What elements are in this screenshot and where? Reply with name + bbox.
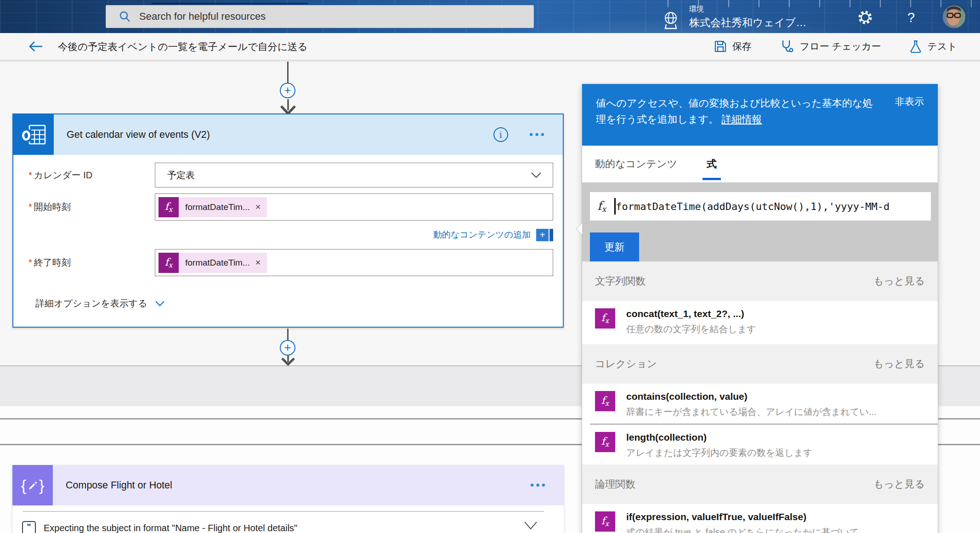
calendar-id-value: 予定表: [167, 169, 531, 181]
card-menu-button[interactable]: •••: [529, 128, 546, 141]
expression-panel: 値へのアクセスや、値の変換および比較といった基本的な処理を行う式を追加します。 …: [582, 84, 938, 533]
flow-toolbar: 今後の予定表イベントの一覧を電子メールで自分に送る 保存 フロー チェッカー: [0, 33, 980, 60]
field-label-end-time: * 終了時刻: [28, 249, 71, 276]
action-card-title: Compose Flight or Hotel: [66, 480, 172, 491]
plus-icon: +: [284, 83, 291, 97]
field-label-calendar-id: * カレンダー ID: [28, 163, 92, 187]
test-button[interactable]: テスト: [910, 40, 957, 53]
action-card-title: Get calendar view of events (V2): [67, 129, 210, 141]
chevron-down-icon: [531, 172, 542, 178]
flow-title: 今後の予定表イベントの一覧を電子メールで自分に送る: [58, 40, 308, 53]
see-more-link[interactable]: もっと見る: [873, 357, 925, 371]
panel-tabs: 動的なコンテンツ 式: [582, 146, 938, 182]
expression-value: formatDateTime(addDays(utcNow(),1),'yyyy…: [616, 201, 889, 212]
text-input-icon: ": [22, 521, 36, 533]
environment-label: 環境: [689, 5, 806, 14]
compose-icon: { }: [12, 465, 53, 505]
chevron-down-icon[interactable]: [523, 521, 538, 530]
back-arrow-icon: [28, 41, 43, 52]
see-more-link[interactable]: もっと見る: [873, 274, 925, 288]
start-time-input[interactable]: fx formatDateTim... ×: [155, 193, 553, 221]
top-header: Search for helpful resources 環境 株式会社秀和ウェ…: [0, 0, 980, 33]
expression-input[interactable]: fx formatDateTime(addDays(utcNow(),1),'y…: [590, 192, 931, 221]
fx-icon: fx: [595, 432, 615, 452]
expression-chip-start[interactable]: fx formatDateTim... ×: [159, 197, 267, 217]
avatar[interactable]: [943, 6, 965, 28]
help-button[interactable]: ?: [902, 8, 920, 27]
tab-expression[interactable]: 式: [707, 146, 717, 182]
end-time-input[interactable]: fx formatDateTim... ×: [155, 249, 553, 276]
split-bar: [549, 229, 553, 241]
expression-editor-area: fx formatDateTime(addDays(utcNow(),1),'y…: [582, 182, 938, 261]
remove-chip-icon[interactable]: ×: [255, 202, 261, 212]
search-placeholder: Search for helpful resources: [139, 11, 266, 23]
environment-name: 株式会社秀和ウェイブ…: [689, 16, 806, 30]
connector-line: [287, 62, 289, 83]
function-row-concat[interactable]: fx concat(text_1, text_2?, ...) 任意の数の文字列…: [582, 301, 938, 344]
insert-step-button[interactable]: +: [280, 83, 295, 98]
section-header-collection: コレクション もっと見る: [582, 344, 938, 384]
save-icon: [714, 40, 726, 52]
action-card-get-calendar-view[interactable]: Get calendar view of events (V2) i ••• *…: [12, 113, 564, 328]
connector-arrow-icon: [278, 99, 298, 115]
plus-icon: +: [284, 340, 291, 354]
section-header-logical-functions: 論理関数 もっと見る: [582, 465, 938, 504]
connector-arrow-icon: [278, 356, 298, 366]
flask-icon: [910, 40, 922, 53]
fx-icon: fx: [159, 197, 179, 217]
environment-picker[interactable]: 環境 株式会社秀和ウェイブ…: [662, 5, 806, 30]
info-icon[interactable]: i: [493, 127, 508, 142]
compose-input-preview: Expecting the subject in format "Name - …: [44, 523, 297, 533]
expression-chip-end[interactable]: fx formatDateTim... ×: [159, 253, 267, 273]
section-header-string-functions: 文字列関数 もっと見る: [582, 261, 938, 301]
save-button[interactable]: 保存: [714, 40, 752, 53]
settings-button[interactable]: [856, 8, 874, 27]
search-input[interactable]: Search for helpful resources: [106, 5, 534, 28]
flow-checker-button[interactable]: フロー チェッカー: [780, 40, 881, 53]
function-row-if[interactable]: fx if(expression, valueIfTrue, valueIfFa…: [582, 504, 938, 533]
chevron-down-icon: [155, 301, 165, 306]
calendar-id-dropdown[interactable]: 予定表: [155, 163, 553, 187]
see-more-link[interactable]: もっと見る: [873, 477, 925, 491]
update-button[interactable]: 更新: [590, 232, 639, 261]
connector-line: [287, 329, 289, 340]
hide-button[interactable]: 非表示: [895, 95, 924, 108]
fx-icon: fx: [597, 199, 606, 214]
function-row-length[interactable]: fx length(collection) アレイまたは文字列内の要素の数を返し…: [582, 425, 938, 465]
power-automate-designer: Search for helpful resources 環境 株式会社秀和ウェ…: [0, 0, 980, 533]
divider: [23, 511, 544, 512]
test-label: テスト: [928, 40, 957, 53]
fx-icon: fx: [595, 511, 615, 532]
flow-checker-label: フロー チェッカー: [800, 40, 881, 53]
learn-more-link[interactable]: 詳細情報: [721, 113, 762, 125]
back-button[interactable]: [28, 41, 43, 52]
add-dynamic-content-icon[interactable]: +: [536, 229, 549, 241]
remove-chip-icon[interactable]: ×: [255, 257, 261, 268]
action-card-header[interactable]: { } Compose Flight or Hotel •••: [12, 465, 564, 505]
save-label: 保存: [732, 40, 752, 53]
fx-icon: fx: [595, 308, 615, 329]
fx-icon: fx: [159, 253, 179, 273]
function-row-contains[interactable]: fx contains(collection, value) 辞書にキーが含まれ…: [582, 384, 938, 424]
required-asterisk: *: [28, 257, 32, 268]
field-label-start-time: * 開始時刻: [28, 193, 71, 221]
fx-icon: fx: [595, 391, 615, 411]
card-menu-button[interactable]: •••: [530, 479, 547, 492]
panel-info-banner: 値へのアクセスや、値の変換および比較といった基本的な処理を行う式を追加します。 …: [582, 84, 938, 146]
insert-step-button[interactable]: +: [280, 340, 295, 356]
stethoscope-icon: [780, 40, 794, 53]
advanced-options-toggle[interactable]: 詳細オプションを表示する: [35, 297, 165, 310]
action-card-header[interactable]: Get calendar view of events (V2) i •••: [13, 114, 563, 155]
search-icon: [119, 11, 131, 23]
outlook-calendar-icon: [13, 114, 54, 155]
add-dynamic-content-link[interactable]: 動的なコンテンツの追加: [433, 229, 531, 241]
required-asterisk: *: [28, 170, 32, 181]
chip-label: formatDateTim...: [185, 202, 250, 212]
tab-dynamic-content[interactable]: 動的なコンテンツ: [595, 146, 677, 182]
action-card-compose[interactable]: { } Compose Flight or Hotel ••• " Expect…: [12, 465, 564, 533]
environment-globe-icon: [662, 11, 680, 30]
required-asterisk: *: [28, 202, 32, 212]
help-icon: ?: [907, 10, 915, 25]
chip-label: formatDateTim...: [185, 258, 250, 268]
avatar-photo: [943, 6, 965, 28]
